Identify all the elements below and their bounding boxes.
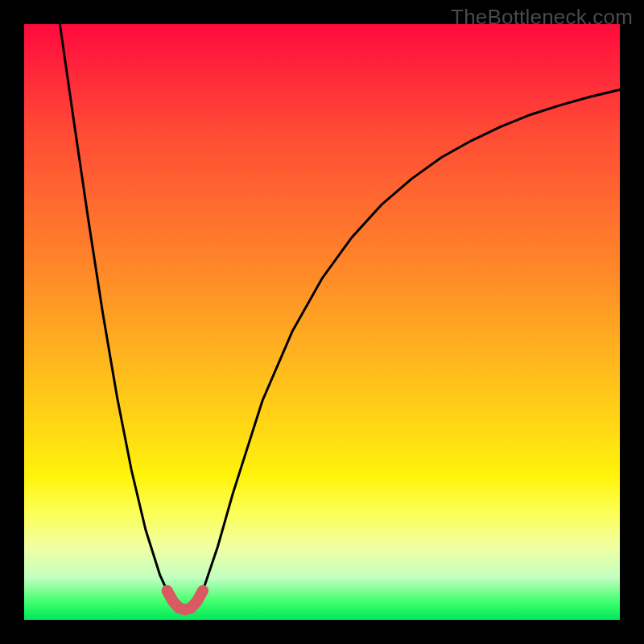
plot-area (24, 24, 620, 620)
minimum-segment (167, 591, 203, 610)
chart-svg (24, 24, 620, 620)
chart-frame: TheBottleneck.com (0, 0, 644, 644)
bottleneck-curve (60, 24, 620, 609)
watermark-text: TheBottleneck.com (451, 5, 633, 30)
